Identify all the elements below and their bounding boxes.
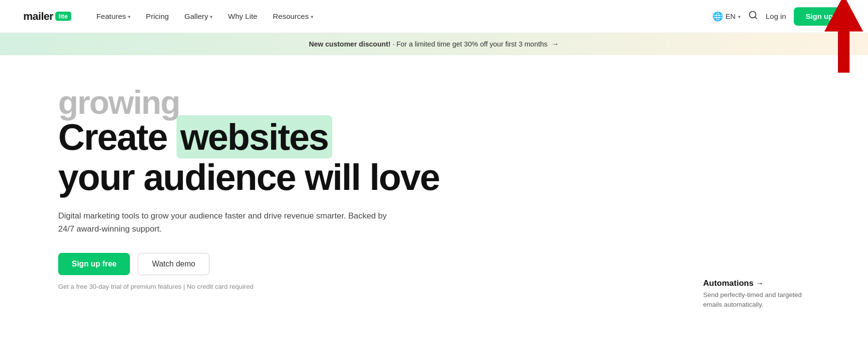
svg-line-1: [755, 17, 757, 19]
chevron-down-icon: ▾: [738, 14, 740, 19]
hero-subtitle: Digital marketing tools to grow your aud…: [58, 209, 398, 235]
nav-right: 🌐 EN ▾ Log in Sign up: [712, 7, 845, 26]
globe-icon: 🌐: [712, 11, 723, 22]
hero-section: growing Create websites your audience wi…: [0, 55, 868, 310]
logo[interactable]: mailer lite: [23, 10, 71, 23]
nav-link-features[interactable]: Features ▾: [91, 8, 136, 25]
logo-text: mailer: [23, 10, 53, 23]
nav-links: Features ▾ Pricing Gallery ▾ Why Lite Re…: [91, 8, 319, 25]
navbar: mailer lite Features ▾ Pricing Gallery ▾…: [0, 0, 868, 33]
automations-card: Automations → Send perfectly-timed and t…: [703, 279, 810, 310]
nav-link-why-lite[interactable]: Why Lite: [222, 8, 263, 25]
signup-button[interactable]: Sign up: [794, 7, 845, 26]
nav-link-resources[interactable]: Resources ▾: [267, 8, 319, 25]
language-selector[interactable]: 🌐 EN ▾: [712, 11, 740, 22]
chevron-down-icon: ▾: [311, 14, 313, 19]
chevron-down-icon: ▾: [128, 14, 130, 19]
arrow-icon: →: [756, 279, 764, 287]
hero-title: growing Create websites your audience wi…: [58, 84, 456, 198]
promo-banner[interactable]: New customer discount! · For a limited t…: [0, 33, 868, 55]
hero-highlighted-word: websites: [177, 115, 332, 158]
hero-title-line1: Create websites: [58, 117, 456, 157]
hero-buttons: Sign up free Watch demo: [58, 253, 456, 275]
watch-demo-button[interactable]: Watch demo: [138, 253, 209, 275]
banner-separator: ·: [392, 40, 394, 48]
search-icon[interactable]: [748, 10, 758, 22]
nav-link-pricing[interactable]: Pricing: [140, 8, 175, 25]
hero-note: Get a free 30-day trial of premium featu…: [58, 283, 456, 290]
signup-free-button[interactable]: Sign up free: [58, 253, 130, 275]
hero-right: [456, 84, 810, 290]
hero-content: growing Create websites your audience wi…: [58, 84, 456, 290]
nav-left: mailer lite Features ▾ Pricing Gallery ▾…: [23, 8, 319, 25]
chevron-down-icon: ▾: [210, 14, 212, 19]
automations-title: Automations →: [703, 279, 810, 288]
banner-content: New customer discount! · For a limited t…: [309, 40, 547, 48]
automations-description: Send perfectly-timed and targeted emails…: [703, 290, 810, 310]
logo-badge: lite: [55, 12, 71, 21]
banner-arrow-icon: →: [551, 40, 559, 48]
hero-title-line2: your audience will love: [58, 157, 456, 198]
login-link[interactable]: Log in: [766, 12, 786, 21]
nav-link-gallery[interactable]: Gallery ▾: [178, 8, 218, 25]
